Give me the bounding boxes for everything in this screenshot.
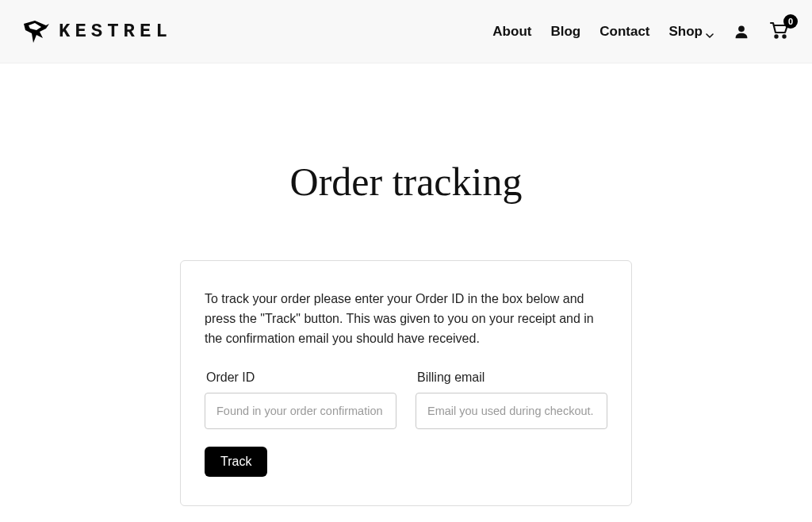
account-icon[interactable] bbox=[733, 23, 750, 40]
tracking-instructions: To track your order please enter your Or… bbox=[205, 290, 607, 348]
page-title: Order tracking bbox=[290, 159, 523, 205]
billing-email-input[interactable] bbox=[416, 393, 607, 429]
brand-name: KESTREL bbox=[59, 22, 172, 41]
billing-email-label: Billing email bbox=[416, 370, 607, 385]
order-tracking-card: To track your order please enter your Or… bbox=[180, 260, 632, 506]
nav-blog[interactable]: Blog bbox=[550, 24, 580, 40]
svg-point-2 bbox=[783, 35, 785, 37]
chevron-down-icon bbox=[706, 28, 714, 36]
cart-count-badge: 0 bbox=[783, 14, 798, 29]
order-id-field-wrapper: Order ID bbox=[205, 370, 396, 429]
main-content: Order tracking To track your order pleas… bbox=[0, 63, 812, 506]
site-header: KESTREL About Blog Contact Shop 0 bbox=[0, 0, 812, 63]
svg-point-1 bbox=[775, 35, 777, 37]
nav-contact[interactable]: Contact bbox=[599, 24, 649, 40]
cart-button[interactable]: 0 bbox=[769, 21, 790, 43]
track-button[interactable]: Track bbox=[205, 447, 267, 477]
billing-email-field-wrapper: Billing email bbox=[416, 370, 607, 429]
primary-nav: About Blog Contact Shop 0 bbox=[492, 21, 790, 43]
svg-point-0 bbox=[738, 25, 745, 32]
nav-shop-label: Shop bbox=[669, 24, 703, 40]
form-fields: Order ID Billing email bbox=[205, 370, 607, 429]
nav-about[interactable]: About bbox=[492, 24, 531, 40]
site-logo[interactable]: KESTREL bbox=[22, 19, 172, 44]
bird-logo-icon bbox=[22, 19, 51, 44]
order-id-label: Order ID bbox=[205, 370, 396, 385]
nav-shop[interactable]: Shop bbox=[669, 24, 714, 40]
order-id-input[interactable] bbox=[205, 393, 396, 429]
